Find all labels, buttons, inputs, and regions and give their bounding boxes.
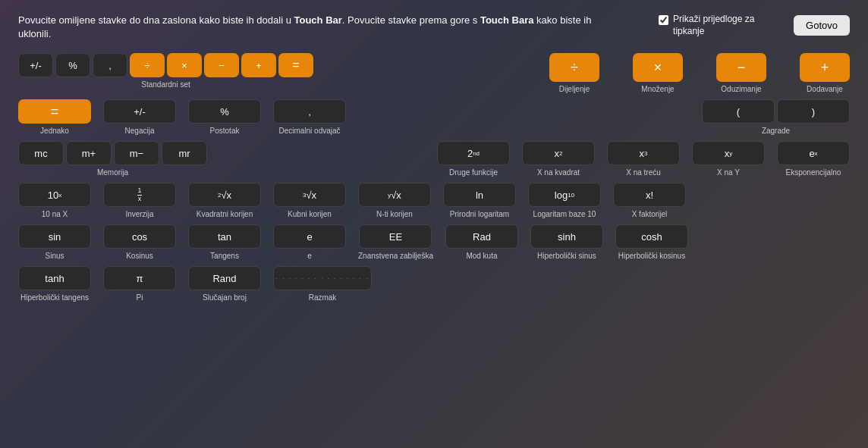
key-sin[interactable]: sin xyxy=(18,224,91,249)
x3-label: X na treću xyxy=(626,168,661,177)
key-factorial[interactable]: x! xyxy=(613,183,686,207)
row5: sin Sinus cos Kosinus tan Tangens e e EE… xyxy=(18,224,850,260)
minus-op-group: − Oduzimanje xyxy=(716,53,766,93)
key-mminus[interactable]: m− xyxy=(114,141,159,165)
multiply-op-group: × Množenje xyxy=(633,53,683,93)
key-cos[interactable]: cos xyxy=(103,224,176,249)
key-rad[interactable]: Rad xyxy=(445,224,518,249)
key-percent-std[interactable]: % xyxy=(55,53,90,77)
minus-label: Oduzimanje xyxy=(721,85,761,93)
cos-group: cos Kosinus xyxy=(103,224,176,260)
key-log10[interactable]: log10 xyxy=(528,183,601,207)
row2: = Jednako +/- Negacija % Postotak , Deci… xyxy=(18,99,850,135)
2nd-label: Druge funkcije xyxy=(449,168,498,177)
standard-set-group: +/- % , ÷ × − + = Standardni set xyxy=(18,53,313,89)
key-tan[interactable]: tan xyxy=(188,224,261,249)
key-equals-std[interactable]: = xyxy=(278,53,313,77)
keys-panel: +/- % , ÷ × − + = Standardni set ÷ Dijel… xyxy=(18,53,850,302)
key-equals[interactable]: = xyxy=(18,99,91,124)
key-e[interactable]: e xyxy=(273,224,346,249)
key-x3[interactable]: x3 xyxy=(607,141,680,165)
key-divide-big[interactable]: ÷ xyxy=(549,53,599,82)
x3-group: x3 X na treću xyxy=(607,141,680,177)
inv-label: Inverzija xyxy=(125,210,153,218)
key-space[interactable]: · · · · · · · · · · · · · · · xyxy=(273,266,372,290)
key-plus-std[interactable]: + xyxy=(241,53,276,77)
key-negate-std[interactable]: +/- xyxy=(18,53,53,77)
xy-group: xy X na Y xyxy=(692,141,765,177)
key-mc[interactable]: mc xyxy=(18,141,64,165)
memory-label: Memorija xyxy=(97,168,128,177)
key-rand[interactable]: Rand xyxy=(188,266,261,290)
xy-label: X na Y xyxy=(717,168,740,177)
rand-label: Slučajan broj xyxy=(203,293,247,302)
key-comma-std[interactable]: , xyxy=(93,53,127,77)
key-percent[interactable]: % xyxy=(188,99,261,124)
show-suggestions-label[interactable]: Prikaži prijedloge za tipkanje xyxy=(659,14,780,37)
sin-group: sin Sinus xyxy=(18,224,91,260)
tanh-label: Hiperbolički tangens xyxy=(20,293,89,302)
key-xy[interactable]: xy xyxy=(692,141,765,165)
key-ee[interactable]: EE xyxy=(359,224,432,249)
yroot-label: N-ti korijen xyxy=(376,210,413,218)
key-cosh[interactable]: cosh xyxy=(615,224,688,249)
percent-group: % Postotak xyxy=(188,99,261,135)
rand-group: Rand Slučajan broj xyxy=(188,266,261,302)
key-minus-big[interactable]: − xyxy=(716,53,766,82)
key-2nd[interactable]: 2nd xyxy=(437,141,510,165)
10x-group: 10x 10 na X xyxy=(18,183,91,218)
key-sqrt[interactable]: 2√x xyxy=(188,183,261,207)
sinh-group: sinh Hiperbolički sinus xyxy=(530,224,603,260)
key-x2[interactable]: x2 xyxy=(522,141,595,165)
key-multiply-std[interactable]: × xyxy=(167,53,202,77)
x2-group: x2 X na kvadrat xyxy=(522,141,595,177)
key-mplus[interactable]: m+ xyxy=(66,141,112,165)
show-suggestions-text: Prikaži prijedloge za tipkanje xyxy=(673,14,780,37)
equals-group: = Jednako xyxy=(18,99,91,135)
brackets-label: Zagrade xyxy=(762,127,790,135)
show-suggestions-checkbox[interactable] xyxy=(659,15,668,25)
key-pi[interactable]: π xyxy=(103,266,176,290)
key-plus-big[interactable]: + xyxy=(800,53,850,82)
instructions-text: Povucite omiljene stavke do dna zaslona … xyxy=(18,14,595,41)
key-tanh[interactable]: tanh xyxy=(18,266,91,290)
tan-label: Tangens xyxy=(210,252,239,260)
standard-set-label: Standardni set xyxy=(141,80,190,89)
ex-label: Eksponencijalno xyxy=(786,168,841,177)
key-ln[interactable]: ln xyxy=(443,183,516,207)
key-10x[interactable]: 10x xyxy=(18,183,91,207)
ln-group: ln Prirodni logaritam xyxy=(443,183,516,218)
multiply-label: Množenje xyxy=(641,85,674,93)
key-ex[interactable]: ex xyxy=(777,141,850,165)
standard-set-keys: +/- % , ÷ × − + = xyxy=(18,53,313,77)
log10-label: Logaritam baze 10 xyxy=(533,210,596,218)
factorial-label: X faktorijel xyxy=(632,210,668,218)
key-close-bracket[interactable]: ) xyxy=(777,99,850,124)
plus-label: Dodavanje xyxy=(807,85,843,93)
key-sinh[interactable]: sinh xyxy=(530,224,603,249)
key-comma[interactable]: , xyxy=(273,99,346,124)
inv-group: 1x Inverzija xyxy=(103,183,176,218)
x2-label: X na kvadrat xyxy=(537,168,580,177)
key-open-bracket[interactable]: ( xyxy=(702,99,775,124)
row6: tanh Hiperbolički tangens π Pi Rand Sluč… xyxy=(18,266,850,302)
key-multiply-big[interactable]: × xyxy=(633,53,683,82)
tanh-group: tanh Hiperbolički tangens xyxy=(18,266,91,302)
pi-group: π Pi xyxy=(103,266,176,302)
done-button[interactable]: Gotovo xyxy=(794,15,850,36)
key-yroot[interactable]: y√x xyxy=(358,183,431,207)
key-cbrt[interactable]: 3√x xyxy=(273,183,346,207)
sqrt-group: 2√x Kvadratni korijen xyxy=(188,183,261,218)
ex-group: ex Eksponencijalno xyxy=(777,141,850,177)
key-negate[interactable]: +/- xyxy=(103,99,176,124)
10x-label: 10 na X xyxy=(42,210,68,218)
key-divide-std[interactable]: ÷ xyxy=(130,53,165,77)
log10-group: log10 Logaritam baze 10 xyxy=(528,183,601,218)
key-minus-std[interactable]: − xyxy=(204,53,239,77)
key-inv[interactable]: 1x xyxy=(103,183,176,207)
sinh-label: Hiperbolički sinus xyxy=(537,252,596,260)
space-group: · · · · · · · · · · · · · · · Razmak xyxy=(273,266,372,302)
row3: mc m+ m− mr Memorija 2nd Druge funkcije … xyxy=(18,141,850,177)
key-mr[interactable]: mr xyxy=(162,141,207,165)
tan-group: tan Tangens xyxy=(188,224,261,260)
